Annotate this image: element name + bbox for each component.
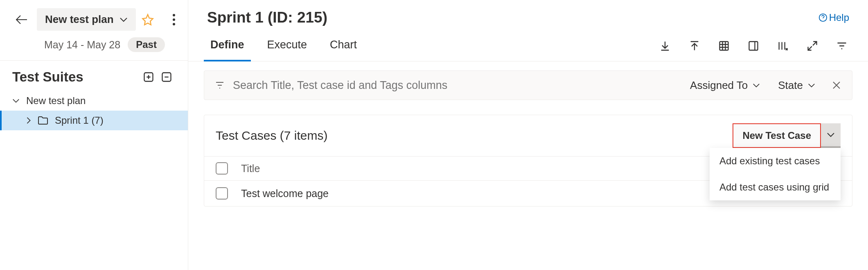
help-label: Help (829, 12, 849, 23)
tree-root[interactable]: New test plan (0, 91, 188, 111)
tabs-row: Define Execute Chart (188, 30, 868, 61)
new-test-case-split: New Test Case Add existing test cases Ad… (733, 123, 841, 148)
chevron-right-icon (26, 117, 31, 124)
more-options-icon[interactable] (172, 14, 176, 26)
back-icon[interactable] (12, 12, 31, 27)
grid-view-icon[interactable] (713, 35, 735, 57)
test-plan-selector[interactable]: New test plan (37, 8, 136, 31)
main-header: Sprint 1 (ID: 215) Help (188, 0, 868, 30)
chevron-down-icon (12, 98, 20, 103)
favorite-star-icon[interactable] (142, 14, 154, 26)
assigned-to-filter[interactable]: Assigned To (690, 79, 760, 92)
date-range: May 14 - May 28 (44, 39, 120, 51)
row-checkbox[interactable] (216, 187, 228, 200)
sidebar-header: New test plan May 14 - May 28 Past (0, 0, 188, 52)
table-title-row: Test Cases (7 items) New Test Case Add e… (204, 115, 852, 156)
test-suites-header: Test Suites (0, 60, 188, 88)
folder-icon (38, 116, 48, 125)
filter-icon[interactable] (831, 35, 852, 57)
collapse-suite-icon[interactable] (158, 68, 176, 86)
filter-lines-icon[interactable] (215, 81, 225, 89)
plan-row: New test plan (12, 8, 176, 31)
tree-child-sprint1[interactable]: Sprint 1 (7) (0, 111, 188, 130)
add-suite-icon[interactable] (140, 68, 158, 86)
svg-rect-7 (749, 41, 758, 50)
assigned-to-label: Assigned To (690, 79, 748, 92)
col-header-title[interactable]: Title (241, 163, 718, 175)
state-label: State (778, 79, 803, 92)
help-link[interactable]: Help (818, 12, 849, 23)
table-title: Test Cases (7 items) (216, 129, 733, 143)
svg-point-1 (173, 18, 175, 21)
fullscreen-icon[interactable] (802, 35, 823, 57)
test-cases-card: Test Cases (7 items) New Test Case Add e… (204, 115, 852, 206)
import-icon[interactable] (684, 35, 705, 57)
main-area: Sprint 1 (ID: 215) Help Define Execute C… (188, 0, 868, 270)
select-all-checkbox[interactable] (216, 162, 228, 175)
page-title: Sprint 1 (ID: 215) (207, 9, 818, 26)
export-icon[interactable] (654, 35, 676, 57)
sidebar: New test plan May 14 - May 28 Past Test … (0, 0, 188, 270)
tab-chart[interactable]: Chart (323, 30, 363, 61)
svg-point-0 (173, 14, 175, 16)
date-range-row: May 14 - May 28 Past (12, 37, 176, 52)
search-input[interactable] (233, 79, 672, 92)
menu-add-grid[interactable]: Add test cases using grid (710, 174, 841, 200)
new-test-case-dropdown[interactable] (821, 123, 841, 148)
tree-root-label: New test plan (26, 95, 86, 107)
new-test-case-menu: Add existing test cases Add test cases u… (710, 148, 841, 200)
state-filter[interactable]: State (778, 79, 815, 92)
chevron-down-icon (119, 17, 128, 22)
menu-add-existing[interactable]: Add existing test cases (710, 148, 841, 174)
suite-tree: New test plan Sprint 1 (7) (0, 88, 188, 133)
tab-toolbar (654, 35, 852, 57)
test-plan-name: New test plan (45, 13, 114, 26)
status-badge: Past (128, 37, 165, 52)
svg-point-2 (173, 23, 175, 25)
clear-filters-icon[interactable] (832, 80, 841, 90)
search-bar: Assigned To State (204, 70, 852, 100)
column-options-icon[interactable] (772, 35, 794, 57)
tab-define[interactable]: Define (204, 30, 251, 61)
tree-child-label: Sprint 1 (7) (55, 115, 104, 126)
row-title: Test welcome page (241, 188, 718, 200)
tab-execute[interactable]: Execute (261, 30, 314, 61)
side-panel-icon[interactable] (743, 35, 764, 57)
svg-rect-6 (720, 41, 728, 50)
test-suites-title: Test Suites (12, 69, 140, 85)
new-test-case-button[interactable]: New Test Case (733, 123, 821, 148)
